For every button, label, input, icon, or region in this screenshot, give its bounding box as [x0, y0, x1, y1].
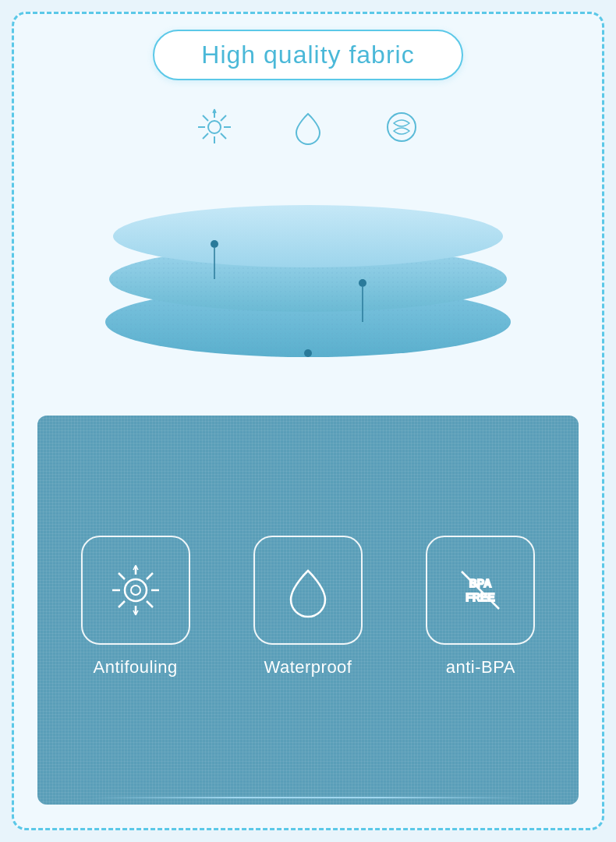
bottom-divider [91, 797, 524, 798]
page-title: High quality fabric [201, 41, 414, 69]
waterproof-label: Waterproof [264, 657, 352, 677]
drop-icon [285, 104, 331, 150]
waterproof-box [253, 536, 363, 645]
svg-line-5 [203, 115, 208, 121]
svg-line-6 [221, 133, 226, 139]
svg-line-8 [203, 133, 208, 139]
icons-row [191, 104, 425, 150]
svg-text:FREE: FREE [466, 591, 495, 603]
antifouling-icon [104, 559, 167, 621]
antifouling-card: Antifouling [81, 536, 190, 677]
antibpa-label: anti-BPA [446, 657, 515, 677]
svg-line-31 [119, 573, 125, 579]
fabric-layers [82, 158, 534, 377]
svg-text:BPA: BPA [469, 577, 492, 589]
swirl-icon [378, 104, 425, 150]
svg-point-17 [113, 205, 503, 267]
bpa-free-icon: BPA FREE [449, 559, 512, 621]
antifouling-label: Antifouling [94, 657, 178, 677]
svg-point-21 [359, 279, 366, 287]
svg-point-18 [211, 240, 218, 248]
svg-line-32 [147, 601, 153, 607]
waterproof-card: Waterproof [253, 536, 363, 677]
svg-point-26 [131, 586, 140, 595]
svg-line-7 [221, 115, 226, 121]
features-row: Antifouling Waterproof BPA [61, 536, 555, 677]
antibpa-box: BPA FREE [426, 536, 535, 645]
antibpa-card: BPA FREE anti-BPA [426, 536, 535, 677]
main-container: High quality fabric [12, 12, 604, 830]
svg-point-11 [388, 113, 416, 141]
svg-point-0 [208, 121, 221, 133]
antifouling-box [81, 536, 190, 645]
title-badge: High quality fabric [153, 30, 462, 80]
top-section [37, 104, 579, 400]
svg-line-34 [119, 601, 125, 607]
svg-point-25 [125, 579, 147, 601]
waterproof-icon [277, 559, 339, 621]
svg-point-24 [304, 349, 312, 357]
svg-line-33 [147, 573, 153, 579]
bottom-section: Antifouling Waterproof BPA [37, 416, 579, 805]
sun-antifouling-icon [191, 104, 238, 150]
